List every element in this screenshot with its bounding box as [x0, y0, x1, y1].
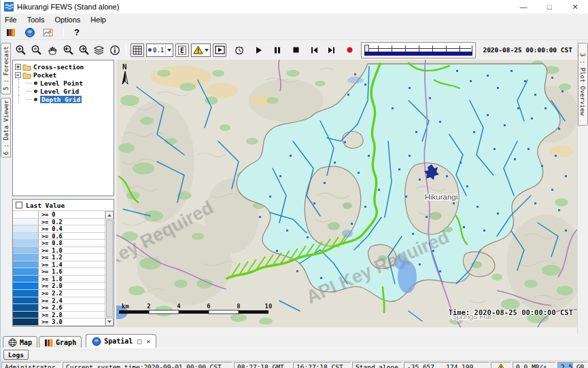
- blue-globe-icon: [92, 337, 101, 346]
- spatial-display-button[interactable]: [23, 26, 37, 39]
- chevron-down-icon: [205, 49, 209, 52]
- legend-color-swatch: [13, 282, 39, 289]
- pan-button[interactable]: [46, 43, 59, 57]
- close-button[interactable]: ✕: [562, 0, 588, 14]
- legend-scrollbar[interactable]: [105, 211, 114, 326]
- record-button[interactable]: [343, 43, 356, 57]
- bar-books-icon: [5, 27, 16, 38]
- time-settings-button[interactable]: [232, 43, 246, 57]
- info-button[interactable]: [108, 43, 122, 57]
- legend-row[interactable]: >= 0: [13, 211, 105, 219]
- map-view[interactable]: API Key Required API Key Required N Hiku…: [116, 60, 577, 333]
- map-canvas[interactable]: API Key Required API Key Required N Hiku…: [116, 60, 577, 327]
- tab-spatial[interactable]: Spatial □ ✕: [86, 334, 156, 348]
- scroll-down-icon[interactable]: [105, 318, 114, 326]
- skip-end-button[interactable]: [324, 43, 338, 57]
- logs-button[interactable]: Logs: [3, 350, 29, 360]
- menu-item-help[interactable]: Help: [90, 16, 106, 24]
- legend-row[interactable]: >= 0.4: [13, 225, 105, 233]
- tree-node-label: Level Point: [40, 79, 83, 87]
- legend-row[interactable]: >= 1.4: [13, 261, 105, 269]
- tab-forecast[interactable]: 5 : Forecast: [1, 43, 11, 94]
- zoom-out-icon: [31, 44, 42, 56]
- map-toolbar: 0.1 E: [12, 40, 577, 60]
- layers-icon: [93, 45, 105, 56]
- legend-row[interactable]: >= 1.2: [13, 254, 105, 261]
- legend-row[interactable]: >= 0.6: [13, 233, 105, 240]
- legend-row[interactable]: >= 3.0: [13, 318, 105, 326]
- legend-row[interactable]: >= 2.2: [13, 290, 105, 297]
- legend-color-swatch: [13, 240, 39, 246]
- timeseries-dialog-button[interactable]: [42, 26, 56, 39]
- hand-icon: [47, 45, 58, 56]
- tab-graph[interactable]: Graph: [39, 336, 82, 348]
- zoom-out-button[interactable]: [30, 43, 44, 57]
- classification-dropdown[interactable]: 0.1: [146, 43, 173, 57]
- tree-row[interactable]: Level Point: [14, 79, 113, 87]
- legend-row[interactable]: >= 2.0: [13, 282, 105, 290]
- menu-item-file[interactable]: File: [5, 16, 17, 24]
- tree-expander-icon[interactable]: −: [15, 72, 21, 78]
- zoom-previous-button[interactable]: [61, 43, 75, 57]
- tree-expander-icon[interactable]: +: [15, 64, 21, 70]
- pause-button[interactable]: [271, 43, 284, 57]
- animation-dialog-button[interactable]: [213, 43, 226, 57]
- bottom-tabbar: Map Graph Spatial □ ✕: [1, 333, 588, 348]
- legend-row[interactable]: >= 2.4: [13, 297, 105, 305]
- zoom-in-button[interactable]: [14, 43, 28, 57]
- legend-row[interactable]: >= 2.6: [13, 304, 105, 312]
- tree-row[interactable]: Level Grid: [14, 87, 113, 95]
- tab-map[interactable]: Map: [3, 336, 37, 348]
- grid-display-button[interactable]: [131, 43, 144, 57]
- svg-text:6: 6: [207, 303, 210, 310]
- zoom-next-button[interactable]: [77, 43, 90, 57]
- maximize-button[interactable]: □: [536, 0, 562, 14]
- tree-row[interactable]: +Cross-section: [14, 62, 113, 71]
- legend-row-label: >= 1.6: [39, 268, 105, 275]
- last-value-checkbox[interactable]: [16, 202, 22, 208]
- tree-row[interactable]: Depth Grid: [14, 95, 113, 103]
- legend-row[interactable]: >= 1.0: [13, 247, 105, 255]
- legend-row[interactable]: >= 1.6: [13, 268, 105, 276]
- legend-row[interactable]: >= 0.2: [13, 219, 105, 226]
- legend-color-swatch: [13, 276, 39, 282]
- tree-row[interactable]: −Pocket: [14, 71, 113, 79]
- scroll-up-icon[interactable]: [105, 211, 114, 219]
- bar-chart-icon: [44, 338, 53, 347]
- database-viewer-button[interactable]: [4, 26, 18, 39]
- play-button[interactable]: [252, 43, 266, 57]
- timeline-slider[interactable]: [361, 42, 476, 58]
- legend-toggle-button[interactable]: E: [175, 43, 189, 57]
- stop-button[interactable]: [289, 43, 302, 57]
- svg-text:km: km: [122, 303, 129, 310]
- menu-item-tools[interactable]: Tools: [27, 16, 45, 24]
- legend-color-swatch: [13, 233, 39, 240]
- folder-icon: [22, 71, 31, 79]
- legend-row[interactable]: >= 2.8: [13, 312, 105, 319]
- tab-maximize-icon[interactable]: □: [137, 337, 141, 345]
- status-warning[interactable]: [491, 362, 511, 368]
- legend-row-label: >= 2.0: [39, 282, 105, 289]
- tab-data-viewer[interactable]: 6 : Data Viewer: [1, 98, 11, 158]
- layers-button[interactable]: [92, 43, 106, 57]
- menu-item-options[interactable]: Options: [54, 16, 80, 24]
- scroll-thumb[interactable]: [106, 220, 113, 317]
- help-button[interactable]: ?: [71, 27, 82, 37]
- skip-end-icon: [327, 46, 336, 54]
- legend-row[interactable]: >= 1.8: [13, 276, 105, 283]
- legend-row-label: >= 1.8: [39, 276, 105, 282]
- legend-row[interactable]: >= 0.8: [13, 240, 105, 247]
- tab-plot-overview[interactable]: 3 : Plot Overview: [578, 43, 588, 126]
- record-icon: [346, 46, 353, 54]
- legend-row-label: >= 0.6: [39, 233, 105, 240]
- legend-row-label: >= 1.0: [39, 247, 105, 254]
- thresholds-dropdown[interactable]: [191, 43, 211, 57]
- skip-start-button[interactable]: [307, 43, 321, 57]
- timeline-track: [364, 45, 472, 52]
- tab-close-icon[interactable]: ✕: [146, 337, 150, 345]
- window-title: Hikurangi FEWS (Stand alone): [17, 3, 119, 11]
- logs-row: Logs: [1, 348, 588, 361]
- folder-icon: [22, 63, 31, 71]
- timer-icon: [234, 45, 245, 56]
- minimize-button[interactable]: —: [511, 0, 536, 14]
